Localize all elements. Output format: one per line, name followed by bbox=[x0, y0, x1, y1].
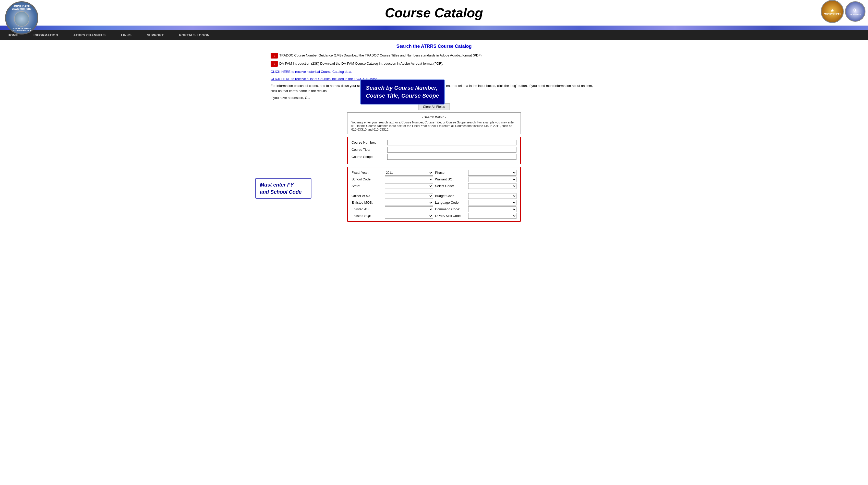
course-number-input[interactable] bbox=[387, 140, 517, 145]
state-label: State: bbox=[351, 184, 385, 188]
dapam-text: DA-PAM Introduction (23K) Download the D… bbox=[279, 61, 443, 66]
state-select[interactable] bbox=[385, 183, 433, 189]
filter-fields-group: Fiscal Year: 2011 2010 2012 Phase: bbox=[347, 167, 521, 222]
phase-select[interactable] bbox=[468, 170, 517, 175]
enlisted-sqi-col: Enlisted SQI: bbox=[351, 213, 433, 219]
mos-language-row: Enlisted MOS: Language Code: bbox=[351, 200, 517, 205]
search-tooltip-text: Search by Course Number,Course Title, Co… bbox=[366, 84, 439, 100]
fiscal-year-label: Fiscal Year: bbox=[351, 171, 385, 174]
header: JOINT BASE LEWIS·McCHORD SOLDIERS & AIRM… bbox=[0, 0, 868, 26]
click-here-1-link[interactable]: CLICK HERE to receive historical Course … bbox=[271, 70, 352, 74]
enlisted-sqi-select[interactable] bbox=[385, 213, 433, 219]
aoc-budget-row: Officer AOC: Budget Code: bbox=[351, 193, 517, 199]
warrant-sqi-select[interactable] bbox=[468, 177, 517, 182]
warrant-sqi-label: Warrant SQI: bbox=[435, 177, 468, 181]
nav-portals-logon[interactable]: PORTALS LOGON bbox=[172, 30, 217, 40]
dapam-download-icon[interactable] bbox=[271, 61, 278, 67]
click-here-1: CLICK HERE to receive historical Course … bbox=[271, 69, 597, 74]
course-scope-input[interactable] bbox=[387, 154, 517, 160]
header-logos-right: ★ AMERICA'S CORPS ✈ 62d Airlift Wing bbox=[821, 0, 865, 23]
enlisted-asi-select[interactable] bbox=[385, 206, 433, 212]
fy-phase-row: Fiscal Year: 2011 2010 2012 Phase: bbox=[351, 170, 517, 175]
blue-bar bbox=[0, 26, 868, 30]
must-enter-box: Must enter FYand School Code bbox=[255, 178, 311, 199]
school-code-select[interactable] bbox=[385, 177, 433, 182]
command-code-label: Command Code: bbox=[435, 207, 468, 211]
sqi-opms-row: Enlisted SQI: OPMS Skill Code: bbox=[351, 213, 517, 219]
budget-code-label: Budget Code: bbox=[435, 194, 468, 198]
course-title-label: Course Title: bbox=[351, 148, 387, 151]
enlisted-sqi-label: Enlisted SQI: bbox=[351, 214, 385, 218]
must-enter-text: Must enter FYand School Code bbox=[260, 181, 307, 196]
page-title: Course Catalog bbox=[385, 3, 483, 23]
enlisted-mos-select[interactable] bbox=[385, 200, 433, 205]
language-code-select[interactable] bbox=[468, 200, 517, 205]
opms-skill-select[interactable] bbox=[468, 213, 517, 219]
school-warrant-row: School Code: Warrant SQI: bbox=[351, 177, 517, 182]
enlisted-mos-label: Enlisted MOS: bbox=[351, 201, 385, 204]
command-code-select[interactable] bbox=[468, 206, 517, 212]
search-within-box: - Search Within - You may enter your sea… bbox=[347, 112, 521, 134]
state-col: State: bbox=[351, 183, 433, 189]
asi-command-row: Enlisted ASI: Command Code: bbox=[351, 206, 517, 212]
budget-code-select[interactable] bbox=[468, 193, 517, 199]
nav-links[interactable]: LINKS bbox=[113, 30, 140, 40]
language-code-col: Language Code: bbox=[435, 200, 517, 205]
course-search-section: Course Number: Course Title: Course Scop… bbox=[347, 137, 521, 222]
nav-support[interactable]: SUPPORT bbox=[139, 30, 171, 40]
logo-jblm: JOINT BASE LEWIS·McCHORD SOLDIERS & AIRM… bbox=[5, 1, 38, 34]
school-code-label: School Code: bbox=[351, 177, 385, 181]
opms-skill-col: OPMS Skill Code: bbox=[435, 213, 517, 219]
search-within-title: - Search Within - bbox=[351, 115, 517, 119]
phase-label: Phase: bbox=[435, 171, 468, 174]
select-code-label: Select Code: bbox=[435, 184, 468, 188]
fiscal-year-select[interactable]: 2011 2010 2012 bbox=[385, 170, 433, 175]
dapam-line: DA-PAM Introduction (23K) Download the D… bbox=[271, 61, 597, 67]
course-scope-row: Course Scope: bbox=[351, 154, 517, 160]
budget-code-col: Budget Code: bbox=[435, 193, 517, 199]
phase-col: Phase: bbox=[435, 170, 517, 175]
state-selectcode-row: State: Select Code: bbox=[351, 183, 517, 189]
search-tooltip: Search by Course Number,Course Title, Co… bbox=[360, 80, 445, 105]
opms-skill-label: OPMS Skill Code: bbox=[435, 214, 468, 218]
select-code-select[interactable] bbox=[468, 183, 517, 189]
course-number-label: Course Number: bbox=[351, 141, 387, 144]
command-code-col: Command Code: bbox=[435, 206, 517, 212]
enlisted-asi-col: Enlisted ASI: bbox=[351, 206, 433, 212]
course-scope-label: Course Scope: bbox=[351, 155, 387, 159]
school-code-col: School Code: bbox=[351, 177, 433, 182]
language-code-label: Language Code: bbox=[435, 201, 468, 204]
officer-aoc-label: Officer AOC: bbox=[351, 194, 385, 198]
course-fields-group: Course Number: Course Title: Course Scop… bbox=[347, 137, 521, 164]
course-title-input[interactable] bbox=[387, 147, 517, 152]
tradoc-text: TRADOC Course Number Guidance (1MB) Down… bbox=[279, 53, 483, 58]
nav-bar: HOME INFORMATION ATRRS CHANNELS LINKS SU… bbox=[0, 30, 868, 40]
tradoc-line: TRADOC Course Number Guidance (1MB) Down… bbox=[271, 53, 597, 58]
officer-aoc-select[interactable] bbox=[385, 193, 433, 199]
enlisted-mos-col: Enlisted MOS: bbox=[351, 200, 433, 205]
course-title-row: Course Title: bbox=[351, 147, 517, 152]
enlisted-asi-label: Enlisted ASI: bbox=[351, 207, 385, 211]
warrant-sqi-col: Warrant SQI: bbox=[435, 177, 517, 182]
search-within-desc: You may enter your search text for a Cou… bbox=[351, 121, 517, 131]
search-catalog-title[interactable]: Search the ATRRS Course Catalog bbox=[271, 44, 597, 49]
officer-aoc-col: Officer AOC: bbox=[351, 193, 433, 199]
fiscal-year-col: Fiscal Year: 2011 2010 2012 bbox=[351, 170, 433, 175]
nav-atrrs-channels[interactable]: ATRRS CHANNELS bbox=[66, 30, 113, 40]
main-content: Search the ATRRS Course Catalog TRADOC C… bbox=[255, 40, 613, 228]
course-number-row: Course Number: bbox=[351, 140, 517, 145]
tradoc-download-icon[interactable] bbox=[271, 53, 278, 58]
select-code-col: Select Code: bbox=[435, 183, 517, 189]
